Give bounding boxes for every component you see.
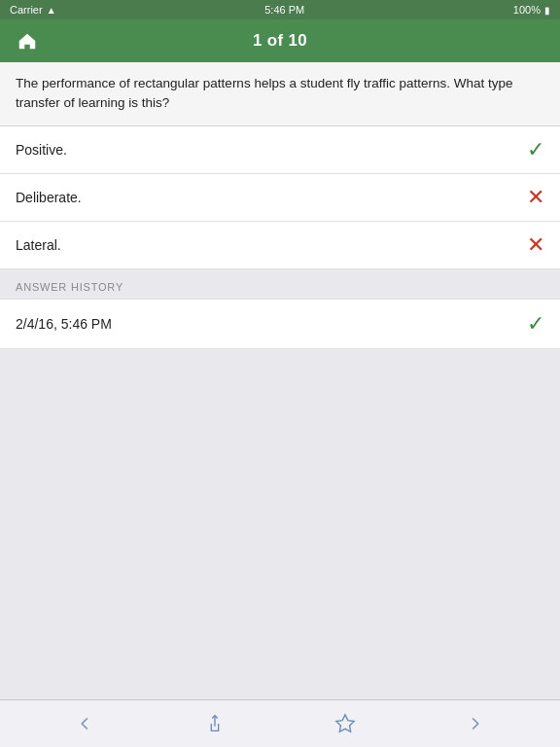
nav-bar: 1 of 10 (0, 19, 560, 62)
history-section: ANSWER HISTORY 2/4/16, 5:46 PM ✓ (0, 269, 560, 349)
answer-row[interactable]: Lateral. ✕ (0, 222, 560, 269)
question-text: The performance of rectangular patterns … (16, 76, 513, 110)
home-button[interactable] (12, 25, 43, 56)
answers-section: Positive. ✓ Deliberate. ✕ Lateral. ✕ (0, 126, 560, 269)
history-header: ANSWER HISTORY (0, 269, 560, 299)
answer-wrong-icon-2: ✕ (527, 234, 544, 256)
status-bar-right: 100% ▮ (513, 4, 550, 16)
history-row: 2/4/16, 5:46 PM ✓ (0, 299, 560, 349)
status-bar-time: 5:46 PM (264, 4, 304, 16)
answer-label-deliberate: Deliberate. (16, 190, 82, 205)
answer-label-lateral: Lateral. (16, 237, 61, 253)
forward-button[interactable] (454, 702, 497, 745)
svg-marker-0 (336, 715, 354, 731)
nav-title: 1 of 10 (253, 31, 307, 51)
battery-icon: ▮ (544, 5, 550, 16)
history-date: 2/4/16, 5:46 PM (16, 316, 112, 332)
star-button[interactable] (324, 702, 367, 745)
answer-row[interactable]: Deliberate. ✕ (0, 174, 560, 222)
answer-row[interactable]: Positive. ✓ (0, 126, 560, 174)
history-correct-icon: ✓ (527, 311, 544, 337)
status-bar-left: Carrier ▲ (10, 4, 56, 16)
status-bar: Carrier ▲ 5:46 PM 100% ▮ (0, 0, 560, 19)
wifi-icon: ▲ (47, 5, 56, 16)
battery-label: 100% (513, 4, 541, 16)
question-section: The performance of rectangular patterns … (0, 62, 560, 126)
share-button[interactable] (193, 702, 236, 745)
back-button[interactable] (63, 702, 106, 745)
answer-correct-icon: ✓ (527, 139, 544, 160)
carrier-label: Carrier (10, 4, 43, 16)
answer-label-positive: Positive. (16, 142, 67, 158)
answer-wrong-icon: ✕ (527, 187, 544, 208)
history-header-text: ANSWER HISTORY (16, 281, 123, 293)
bottom-toolbar (0, 699, 560, 747)
content-area (0, 349, 560, 700)
